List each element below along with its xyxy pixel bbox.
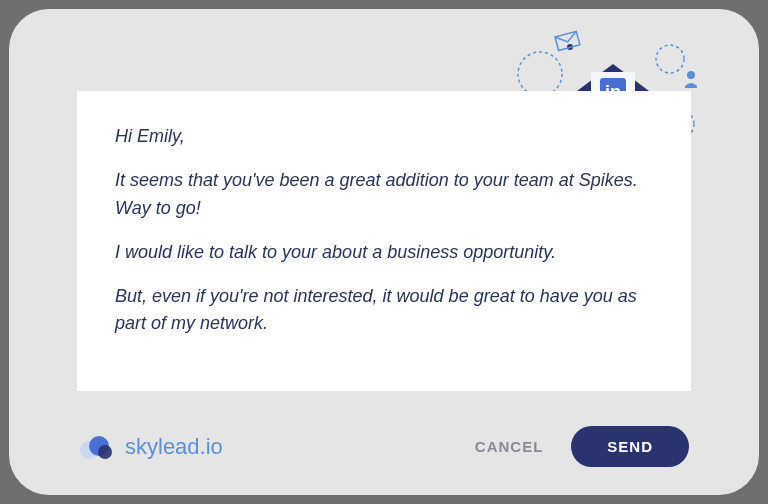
- greeting-line: Hi Emily,: [115, 123, 653, 151]
- brand-logo: skylead.io: [79, 432, 223, 462]
- cancel-button[interactable]: CANCEL: [475, 438, 544, 455]
- svg-point-10: [687, 71, 695, 79]
- message-paragraph: I would like to talk to your about a bus…: [115, 239, 653, 267]
- send-button[interactable]: SEND: [571, 426, 689, 467]
- message-paragraph: It seems that you've been a great additi…: [115, 167, 653, 223]
- message-paragraph: But, even if you're not interested, it w…: [115, 283, 653, 339]
- action-buttons: CANCEL SEND: [475, 426, 689, 467]
- message-body: Hi Emily, It seems that you've been a gr…: [77, 91, 691, 391]
- svg-point-2: [656, 45, 684, 73]
- footer-bar: skylead.io CANCEL SEND: [9, 426, 759, 467]
- skylead-logo-icon: [79, 432, 115, 462]
- brand-name: skylead.io: [125, 434, 223, 460]
- svg-rect-7: [555, 31, 580, 50]
- svg-point-22: [98, 445, 112, 459]
- svg-point-0: [518, 52, 562, 96]
- compose-modal: in Hi Emily, It seems that you've been a…: [9, 9, 759, 495]
